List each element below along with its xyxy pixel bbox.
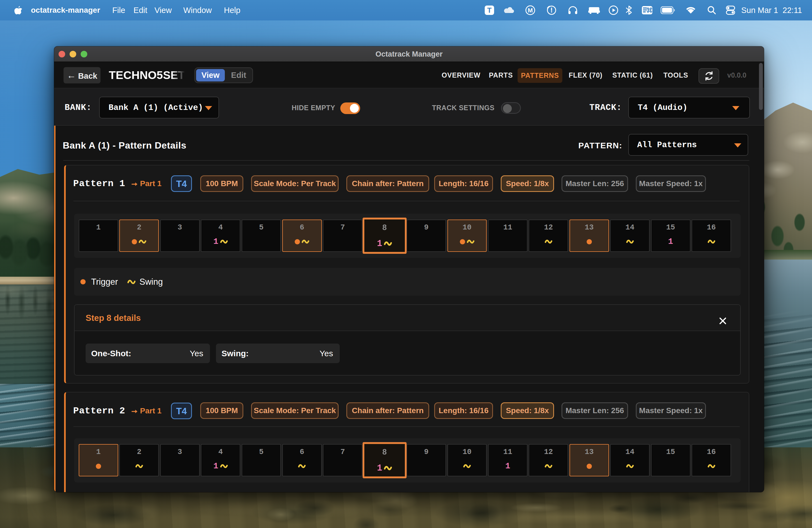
- svg-text:M: M: [528, 7, 533, 14]
- svg-text:T: T: [487, 6, 492, 14]
